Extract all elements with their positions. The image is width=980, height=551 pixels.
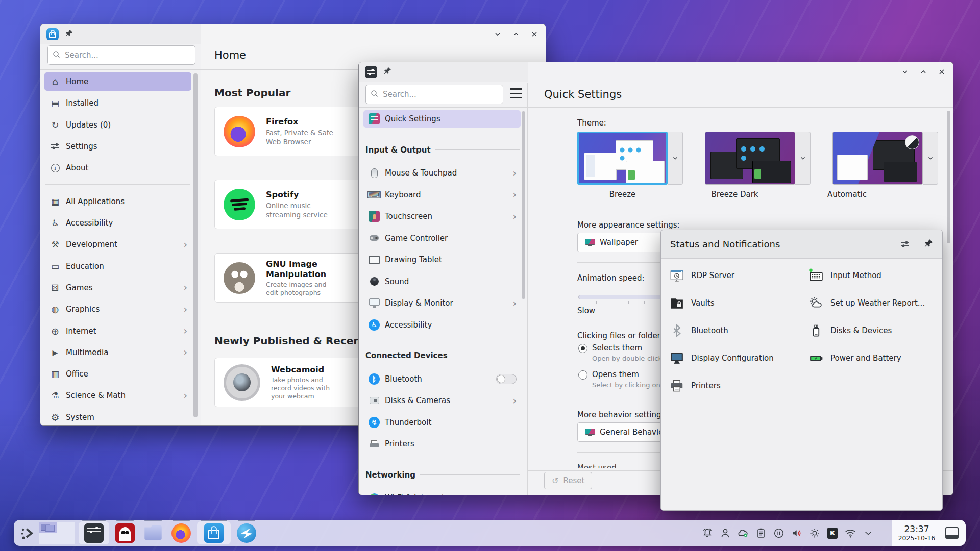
- wallpaper-button[interactable]: Wallpaper: [577, 233, 667, 252]
- radio-off-icon[interactable]: [578, 370, 587, 380]
- volume-icon[interactable]: [790, 527, 803, 540]
- app-description: Create images and edit photographs: [266, 281, 338, 297]
- tray-item-printers[interactable]: Printers: [668, 372, 803, 399]
- sidebar-item[interactable]: System ›: [44, 408, 191, 426]
- chevron-right-icon: ›: [183, 326, 187, 336]
- sidebar-item[interactable]: Wi-Fi & Internet ›: [363, 489, 521, 495]
- task-ghostwriter[interactable]: [113, 521, 137, 544]
- theme-card-automatic[interactable]: [832, 132, 938, 185]
- theme-card-breeze[interactable]: [577, 132, 683, 185]
- theme-dropdown-breeze[interactable]: [668, 132, 683, 185]
- breeze-dark-thumbnail[interactable]: [705, 132, 795, 185]
- accessibility-icon: [50, 217, 61, 229]
- discover-search[interactable]: [47, 45, 195, 65]
- radio-selects-them[interactable]: Selects them Open by double-clicking: [578, 344, 672, 362]
- pin-icon[interactable]: [924, 239, 933, 250]
- kate-k-icon[interactable]: K: [826, 527, 839, 540]
- user-switcher-icon[interactable]: [719, 527, 732, 540]
- digital-clock[interactable]: 23:37 2025-10-16: [895, 524, 938, 542]
- sidebar-item[interactable]: Quick Settings ›: [363, 110, 521, 128]
- theme-dropdown-automatic[interactable]: [923, 132, 938, 185]
- close-icon[interactable]: [937, 67, 947, 77]
- pin-icon[interactable]: [383, 67, 391, 77]
- sidebar-item[interactable]: Display & Monitor ›: [363, 294, 521, 312]
- sidebar-item[interactable]: Science & Math ›: [44, 386, 191, 405]
- sidebar-item[interactable]: Home ›: [44, 72, 191, 91]
- tray-item-display-configuration[interactable]: Display Configuration: [668, 344, 803, 372]
- task-dolphin[interactable]: [141, 521, 165, 544]
- pin-icon[interactable]: [65, 29, 73, 39]
- sidebar-scrollbar[interactable]: [193, 73, 198, 417]
- sidebar-item[interactable]: Settings ›: [44, 137, 191, 156]
- sidebar-item[interactable]: Graphics ›: [44, 300, 191, 318]
- search-input[interactable]: [64, 50, 190, 60]
- automatic-thumbnail[interactable]: [832, 132, 923, 185]
- configure-icon[interactable]: [899, 239, 911, 250]
- sidebar-item[interactable]: Internet ›: [44, 322, 191, 340]
- minimize-icon[interactable]: [493, 29, 503, 39]
- sidebar-item[interactable]: Bluetooth ›: [363, 370, 521, 388]
- sidebar-item[interactable]: Accessibility ›: [363, 316, 521, 334]
- brightness-icon[interactable]: [808, 527, 821, 540]
- sidebar-item[interactable]: Accessibility ›: [44, 214, 191, 232]
- show-desktop-button[interactable]: [945, 527, 959, 539]
- sidebar-item[interactable]: Disks & Cameras ›: [363, 392, 521, 409]
- virtual-desktop-pager[interactable]: [39, 522, 75, 544]
- clipboard-icon[interactable]: [754, 527, 768, 540]
- pause-media-icon[interactable]: [772, 527, 786, 540]
- sidebar-item[interactable]: Drawing Tablet ›: [363, 251, 521, 268]
- minimize-icon[interactable]: [900, 67, 910, 77]
- reset-icon: ↻: [552, 476, 558, 486]
- task-system-settings[interactable]: [79, 521, 109, 544]
- settings-search[interactable]: [365, 85, 503, 104]
- sidebar-scrollbar[interactable]: [522, 111, 525, 299]
- sidebar-item[interactable]: Games ›: [44, 279, 191, 297]
- theme-dropdown-breeze-dark[interactable]: [795, 132, 811, 185]
- content-scrollbar[interactable]: [947, 111, 950, 243]
- tray-item-bluetooth[interactable]: Bluetooth: [668, 317, 803, 344]
- sidebar-item[interactable]: Development ›: [44, 235, 191, 254]
- tray-expander-chevron-icon[interactable]: [862, 527, 875, 540]
- tray-item-input-method[interactable]: Input Method: [807, 262, 943, 289]
- task-firefox[interactable]: [169, 521, 193, 544]
- cloud-sync-icon[interactable]: [737, 527, 750, 540]
- tray-item-weather-report[interactable]: Set up Weather Report...: [807, 289, 943, 317]
- sidebar-item[interactable]: Updates (0) ›: [44, 116, 191, 134]
- task-falkon[interactable]: [234, 521, 259, 544]
- notifications-bell-icon[interactable]: [701, 527, 714, 540]
- settings-sliders-icon: [50, 141, 61, 152]
- hamburger-menu-icon[interactable]: [510, 88, 522, 98]
- reset-button[interactable]: ↻ Reset: [544, 472, 592, 489]
- sidebar-item[interactable]: Printers ›: [363, 435, 521, 453]
- bluetooth-toggle[interactable]: [496, 374, 517, 384]
- radio-on-icon[interactable]: [578, 344, 587, 353]
- search-input[interactable]: [382, 89, 498, 99]
- sidebar-item[interactable]: About ›: [44, 159, 191, 177]
- app-launcher-icon[interactable]: [19, 525, 35, 541]
- sidebar-item[interactable]: Keyboard ›: [363, 186, 521, 204]
- maximize-icon[interactable]: [918, 67, 928, 77]
- tray-item-vaults[interactable]: Vaults: [668, 289, 803, 317]
- sidebar-item[interactable]: Installed ›: [44, 94, 191, 112]
- sidebar-item[interactable]: Mouse & Touchpad ›: [363, 164, 521, 182]
- sidebar-item[interactable]: Sound ›: [363, 273, 521, 290]
- tray-item-power-battery[interactable]: Power and Battery: [807, 344, 943, 372]
- maximize-icon[interactable]: [511, 29, 521, 39]
- sidebar-item[interactable]: All Applications ›: [44, 192, 191, 211]
- development-icon: [50, 239, 61, 250]
- sidebar-item[interactable]: Multimedia ›: [44, 343, 191, 362]
- tray-item-rdp-server[interactable]: RDP Server: [668, 262, 803, 289]
- sidebar-item[interactable]: Education ›: [44, 257, 191, 276]
- webcamoid-logo-icon: [224, 364, 260, 401]
- sidebar-item[interactable]: Office ›: [44, 365, 191, 383]
- radio-opens-them[interactable]: Opens them Select by clicking on it: [578, 370, 667, 389]
- tray-item-disks-devices[interactable]: Disks & Devices: [807, 317, 943, 344]
- sidebar-item[interactable]: Thunderbolt ›: [363, 414, 521, 431]
- wifi-icon[interactable]: [844, 527, 857, 540]
- breeze-thumbnail[interactable]: [577, 132, 668, 185]
- close-icon[interactable]: [529, 29, 540, 39]
- theme-card-breeze-dark[interactable]: [705, 132, 811, 185]
- sidebar-item[interactable]: Touchscreen ›: [363, 208, 521, 225]
- task-discover[interactable]: [197, 521, 231, 544]
- sidebar-item[interactable]: Game Controller ›: [363, 230, 521, 247]
